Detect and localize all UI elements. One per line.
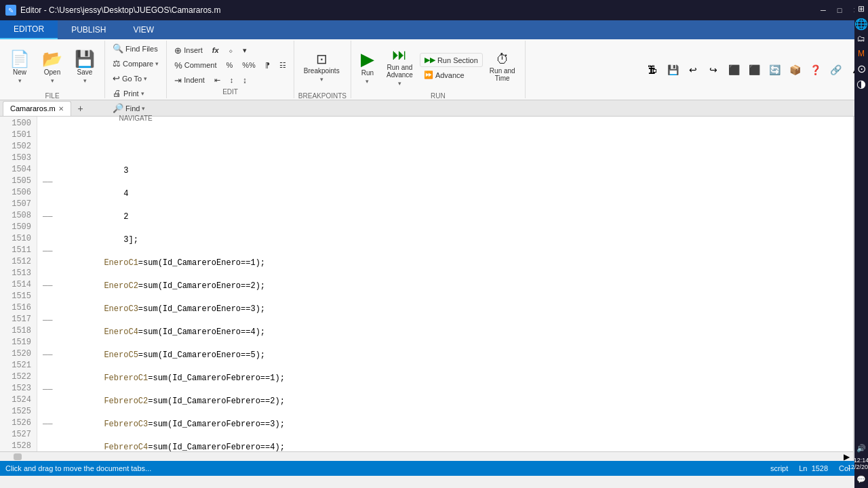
toolbar-icon-10[interactable]: 🔗 xyxy=(826,60,845,79)
windows-taskbar: ⊞ 🌐 🗂 M ⊙ ◑ 🔊 12:14 12/2/2017 💬 xyxy=(854,0,868,488)
run-label: Run xyxy=(361,69,374,77)
hscrollbar[interactable]: ▶ xyxy=(0,451,853,461)
comment-sub-button[interactable]: % xyxy=(223,59,237,72)
insert-button[interactable]: ⊕ Insert xyxy=(171,44,206,57)
toolbar-icon-6[interactable]: ⬛ xyxy=(745,60,764,79)
tab-view[interactable]: VIEW xyxy=(119,20,167,39)
dash-markers: ── ── ── ── ── ── ── ── ── ── ── ── ── ─… xyxy=(43,152,104,451)
minimize-button[interactable]: ─ xyxy=(816,3,830,17)
find-files-button[interactable]: 🔍 Find Files xyxy=(109,42,161,55)
indent-button[interactable]: ⇥ Indent xyxy=(171,74,208,87)
code-line-1511: FebreroC3=sum(Id_CamareroFebrero==3); xyxy=(104,419,719,430)
run-section-button[interactable]: ▶▶ Run Section xyxy=(420,53,483,67)
toolbar-icon-8[interactable]: 📦 xyxy=(785,60,804,79)
indent4-button[interactable]: ↨ xyxy=(239,74,250,87)
new-button[interactable]: 📄 New ▾ xyxy=(4,42,35,92)
windows-start-icon[interactable]: ⊞ xyxy=(855,3,867,15)
snippet-button[interactable]: ⬦ xyxy=(225,44,237,57)
run-advance-button[interactable]: ⏭ Run andAdvance ▾ xyxy=(381,42,418,92)
advance-button[interactable]: ⏩ Advance xyxy=(420,68,483,81)
toolbar-icon-1[interactable]: 🗜 xyxy=(643,60,662,79)
ribbon-group-navigate: 🔍 Find Files ⚖ Compare ▾ ↩ Go To ▾ 🖨 Pri… xyxy=(105,41,167,98)
goto-button[interactable]: ↩ Go To ▾ xyxy=(109,72,151,85)
hscroll-track xyxy=(22,453,840,460)
run-time-icon: ⏱ xyxy=(496,52,509,66)
line-1523: 1523 xyxy=(5,383,31,394)
code-content[interactable]: ── ── ── ── ── ── ── ── ── ── ── ── ── ─… xyxy=(37,117,853,451)
compare-button[interactable]: ⚖ Compare ▾ xyxy=(109,57,162,70)
snippet2-button[interactable]: ▾ xyxy=(239,44,250,57)
find-button[interactable]: 🔎 Find ▾ xyxy=(109,102,149,115)
titlebar-left: ✎ Editor - C:\Users\jessy\Desktop\JUEGOS… xyxy=(5,5,220,16)
tab-publish[interactable]: PUBLISH xyxy=(58,20,119,39)
toolbar-icon-2[interactable]: 💾 xyxy=(663,60,682,79)
comment5-button[interactable]: ☷ xyxy=(276,59,290,72)
line-1511: 1511 xyxy=(5,245,31,256)
line-1508: 1508 xyxy=(5,210,31,222)
breakpoints-button[interactable]: ⊡ Breakpoints ▾ xyxy=(298,42,345,92)
code-line-1502: 2 xyxy=(104,211,719,223)
hscroll-right-arrow[interactable]: ▶ xyxy=(840,452,853,462)
line-1505: 1505 xyxy=(5,176,31,187)
new-label: New xyxy=(13,68,26,76)
doc-tab-name: Camararos.m xyxy=(10,104,56,113)
toolbar-icon-9[interactable]: ❓ xyxy=(806,60,825,79)
source-lines[interactable]: 3 4 2 3]; EneroC1=sum(Id_CamareroEnero==… xyxy=(104,152,719,451)
goto-icon: ↩ xyxy=(113,73,120,83)
indent3-button[interactable]: ↕ xyxy=(226,74,237,87)
window-title: Editor - C:\Users\jessy\Desktop\JUEGOS\C… xyxy=(20,5,220,15)
advance-label: Advance xyxy=(435,71,465,79)
save-button[interactable]: 💾 Save ▾ xyxy=(69,42,100,92)
doc-tab-camararos[interactable]: Camararos.m ✕ xyxy=(3,101,71,116)
add-tab-button[interactable]: + xyxy=(74,102,87,115)
app-icon: ✎ xyxy=(5,5,16,16)
taskbar-icon-2[interactable]: 🗂 xyxy=(855,33,867,45)
run-advance-icon: ⏭ xyxy=(392,47,407,62)
line-1522: 1522 xyxy=(5,371,31,383)
maximize-button[interactable]: □ xyxy=(833,3,846,17)
indent2-button[interactable]: ⇤ xyxy=(211,74,224,87)
comment3-button[interactable]: %% xyxy=(239,59,259,72)
hscroll-thumb[interactable] xyxy=(14,453,22,460)
navigate-row: 🔍 Find Files ⚖ Compare ▾ ↩ Go To ▾ 🖨 Pri… xyxy=(109,42,162,115)
code-line-1505: EneroC2=sum(Id_CamareroEnero==2); xyxy=(104,281,719,292)
find-files-label: Find Files xyxy=(125,45,158,53)
toolbar-icon-7[interactable]: 🔄 xyxy=(765,60,784,79)
comment4-button[interactable]: ⁋ xyxy=(262,59,273,72)
toolbar-icon-3[interactable]: ↩ xyxy=(684,60,703,79)
taskbar-icon-3[interactable]: M xyxy=(855,47,867,60)
print-label: Print xyxy=(123,89,139,98)
file-group-label: FILE xyxy=(4,92,100,101)
toolbar-icon-4[interactable]: ↪ xyxy=(704,60,723,79)
line-1507: 1507 xyxy=(5,199,31,210)
fx-button[interactable]: fx xyxy=(209,44,222,57)
code-with-markers: ── ── ── ── ── ── ── ── ── ── ── ── ── ─… xyxy=(43,152,853,451)
line-1527: 1527 xyxy=(5,429,31,441)
taskbar-volume-icon[interactable]: 🔊 xyxy=(855,442,867,454)
line-1521: 1521 xyxy=(5,360,31,371)
line-1524: 1524 xyxy=(5,394,31,406)
statusbar: Click and drag to move the document tabs… xyxy=(0,461,868,476)
save-label: Save xyxy=(77,68,93,76)
line-1526: 1526 xyxy=(5,418,31,429)
run-button[interactable]: ▶ Run ▾ xyxy=(355,42,380,92)
ribbon-group-run: ▶ Run ▾ ⏭ Run andAdvance ▾ ▶▶ Run Sectio… xyxy=(351,41,526,98)
taskbar-icon-4[interactable]: ⊙ xyxy=(855,62,867,75)
print-icon: 🖨 xyxy=(113,88,121,98)
line-1519: 1519 xyxy=(5,337,31,348)
print-button[interactable]: 🖨 Print ▾ xyxy=(109,87,148,100)
comment-button[interactable]: % Comment xyxy=(171,59,220,72)
toolbar-icon-5[interactable]: ⬛ xyxy=(724,60,743,79)
line-1506: 1506 xyxy=(5,187,31,199)
compare-label: Compare xyxy=(123,60,153,68)
code-scroll[interactable]: 1500 1501 1502 1503 1504 1505 1506 1507 … xyxy=(0,117,853,451)
doc-tab-close[interactable]: ✕ xyxy=(58,105,64,113)
open-button[interactable]: 📂 Open ▾ xyxy=(37,42,68,92)
taskbar-icon-5[interactable]: ◑ xyxy=(855,77,867,89)
taskbar-icon-1[interactable]: 🌐 xyxy=(855,18,867,30)
new-icon: 📄 xyxy=(9,51,30,67)
edit-group-label: EDIT xyxy=(171,88,290,97)
run-time-button[interactable]: ⏱ Run andTime xyxy=(484,42,521,92)
taskbar-notification-icon[interactable]: 💬 xyxy=(855,473,867,485)
tab-editor[interactable]: EDITOR xyxy=(0,20,58,39)
